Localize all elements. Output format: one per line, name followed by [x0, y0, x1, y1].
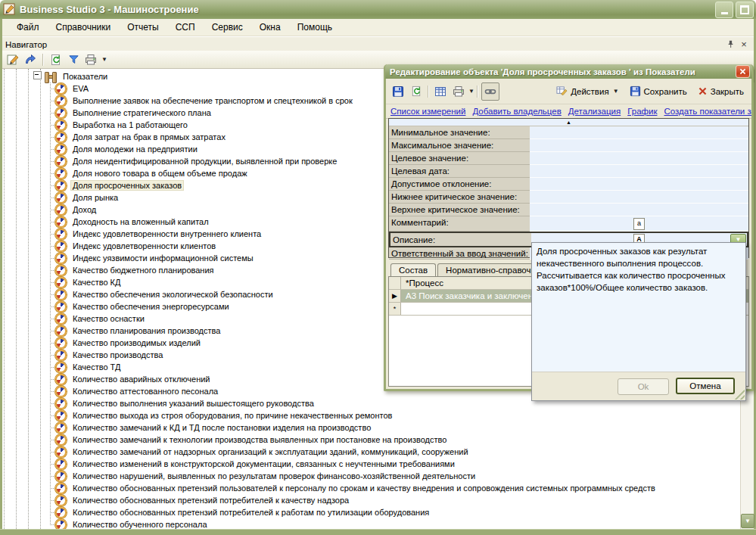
tree-item[interactable]: Доля нового товара в общем объеме продаж — [2, 167, 250, 179]
filter-icon[interactable] — [66, 52, 81, 67]
form-label: Верхнее критическое значение: — [389, 204, 530, 216]
tab-sostav[interactable]: Состав — [390, 263, 436, 277]
print-dropdown-icon[interactable]: ▼ — [101, 56, 107, 63]
tree-item[interactable]: Количество замечаний от надзорных органи… — [2, 446, 471, 458]
refresh-icon[interactable] — [48, 52, 64, 67]
edit-icon[interactable] — [5, 52, 20, 67]
form-value-field[interactable] — [530, 178, 748, 191]
tree-item[interactable]: Выполнение заявок на обеспечение транспо… — [2, 95, 355, 107]
tree-item[interactable]: Количество обоснованных претензий потреб… — [2, 494, 351, 506]
form-scroll-up[interactable]: ▲ — [389, 119, 748, 126]
tree-item[interactable]: Доля затрат на брак в прямых затратах — [2, 131, 228, 143]
tree-item[interactable]: Выполнение стратегического плана — [2, 107, 213, 119]
cancel-button[interactable]: Отмена — [676, 378, 735, 394]
save-button[interactable]: Сохранить — [625, 83, 692, 99]
tree-item-label: Количество аварийных отключений — [70, 374, 213, 384]
dialog-link[interactable]: График — [627, 107, 657, 116]
menu-item[interactable]: Отчеты — [119, 20, 166, 35]
tree-item[interactable]: Доход — [2, 204, 98, 216]
restore-button[interactable] — [736, 2, 754, 18]
form-row-comment[interactable]: Комментарий: a — [389, 216, 748, 232]
ok-button[interactable]: Ok — [618, 378, 669, 395]
refresh-icon[interactable] — [408, 83, 425, 100]
menu-item[interactable]: Окна — [251, 20, 289, 35]
form-value-field[interactable] — [530, 204, 748, 216]
comment-doc-icon[interactable]: a — [633, 218, 645, 230]
window-titlebar: Business Studio 3 - Машиностроение — [0, 0, 756, 19]
tree-connector — [50, 379, 55, 380]
dialog-link[interactable]: Добавить владельцев — [472, 107, 561, 116]
form-row[interactable]: Целевая дата: — [389, 165, 748, 178]
tree-item[interactable]: Качество бюджетного планирования — [2, 264, 216, 276]
tree-item[interactable]: Индекс удовлетворенности внутреннего кли… — [2, 228, 263, 240]
tree-item[interactable]: Доля неидентифицированной продукции, выя… — [2, 155, 339, 167]
tree-item[interactable]: Количество обоснованных претензий пользо… — [2, 482, 658, 494]
dialog-link[interactable]: Список измерений — [390, 107, 465, 116]
tree-item[interactable]: Доля молодежи на предприятии — [2, 143, 200, 155]
tree-item[interactable]: Качество КД — [2, 276, 123, 288]
close-button[interactable]: Закрыть — [693, 84, 748, 98]
tree-item-label: Количество изменений в конструкторской д… — [70, 459, 457, 469]
form-row[interactable]: Целевое значение: — [389, 152, 748, 165]
form-row[interactable]: Допустимое отклонение: — [389, 178, 748, 191]
hyperlink-icon[interactable] — [481, 82, 499, 101]
scroll-down-button[interactable]: ▼ — [741, 514, 754, 528]
form-value-field[interactable] — [530, 152, 748, 165]
tree-item[interactable]: Количество нарушений, выявленных по резу… — [2, 470, 478, 482]
minimize-button[interactable] — [715, 2, 733, 18]
indicator-gauge-icon — [55, 398, 67, 409]
table-view-icon[interactable] — [432, 83, 449, 100]
tree-item[interactable]: Доля рынка — [2, 191, 120, 204]
tree-item[interactable]: Качество производимых изделий — [2, 337, 203, 349]
tree-item[interactable]: Количество выполнения указаний вышестоящ… — [2, 397, 316, 409]
tree-item[interactable]: Выработка на 1 работающего — [2, 119, 190, 131]
tree-item[interactable]: Качество обеспечения экологической безоп… — [2, 288, 275, 300]
tree-item[interactable]: Количество аттестованного песонала — [2, 385, 220, 397]
tree-item[interactable]: Количество обученного персонала — [2, 518, 210, 529]
form-value-field[interactable] — [530, 139, 748, 152]
menu-item[interactable]: Справочники — [48, 20, 120, 35]
print-icon[interactable] — [83, 52, 98, 67]
menu-item[interactable]: Помощь — [289, 20, 341, 35]
dialog-link[interactable]: Детализация — [568, 107, 621, 116]
tree-item[interactable]: Количество замечаний к КД и ТД после пос… — [2, 421, 373, 434]
tree-item[interactable]: Индекс удовлетворенности клиентов — [2, 240, 218, 252]
tree-item[interactable]: Качество оснастки — [2, 313, 147, 325]
tree-item[interactable]: Количество аварийных отключений — [2, 373, 213, 385]
tree-item[interactable]: Доходность на вложенный капитал — [2, 216, 211, 228]
go-to-icon[interactable] — [23, 52, 38, 67]
tree-item[interactable]: Качество производства — [2, 349, 165, 361]
dialog-link[interactable]: Создать показатели за пер — [664, 107, 752, 116]
pin-icon[interactable] — [723, 39, 737, 50]
tree-item[interactable]: Качество планирования производства — [2, 325, 222, 337]
tree-item[interactable]: Качество ТД — [2, 361, 123, 373]
dialog-close-button[interactable] — [736, 65, 750, 78]
actions-button[interactable]: Действия ▼ — [552, 83, 623, 99]
menu-item[interactable]: Сервис — [204, 20, 251, 35]
print-dropdown-icon[interactable]: ▼ — [468, 88, 474, 95]
form-row[interactable]: Нижнее критическое значение: — [389, 191, 748, 204]
tree-item[interactable]: Количество замечаний к технологии произв… — [2, 434, 449, 446]
print-icon[interactable] — [450, 83, 467, 100]
save-icon[interactable] — [390, 83, 406, 100]
menu-item[interactable]: Файл — [8, 20, 48, 35]
navigator-close-icon[interactable]: × — [737, 39, 751, 50]
tree-item[interactable]: EVA — [2, 82, 91, 95]
tree-item[interactable]: Количество выхода из строя оборудования,… — [2, 409, 394, 421]
indicator-gauge-icon — [55, 229, 67, 240]
tree-item[interactable]: Индекс уязвимости информационной системы — [2, 252, 256, 264]
menu-item[interactable]: ССП — [167, 20, 204, 35]
comment-field[interactable]: a — [530, 216, 748, 232]
form-row[interactable]: Верхнее критическое значение: — [389, 204, 748, 216]
tree-item[interactable]: Количество изменений в конструкторской д… — [2, 458, 457, 470]
tree-root-row[interactable]: Показатели — [2, 70, 110, 82]
form-value-field[interactable] — [530, 165, 748, 178]
tree-item[interactable]: Качество обеспечения энергоресурсами — [2, 300, 232, 313]
form-row[interactable]: Максимальное значение: — [389, 139, 748, 152]
form-value-field[interactable] — [530, 191, 748, 204]
tree-item[interactable]: Доля просроченных заказов — [2, 179, 184, 191]
description-text-area[interactable]: Доля просроченных заказов как результат … — [532, 243, 745, 372]
form-row[interactable]: Минимальное значение: — [389, 126, 748, 139]
form-value-field[interactable] — [530, 126, 748, 139]
tree-item[interactable]: Количество обоснованных претензий потреб… — [2, 506, 431, 518]
